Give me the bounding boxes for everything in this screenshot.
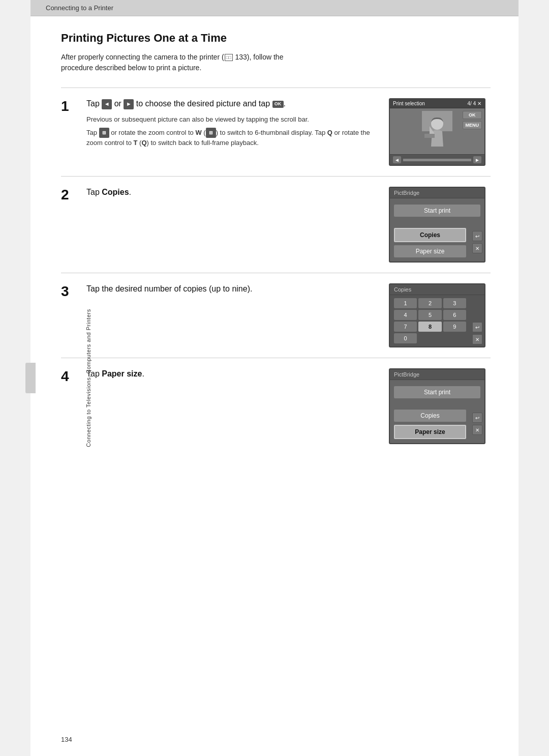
paper-size-item-selected[interactable]: Paper size [394,425,466,439]
back-btn-2[interactable]: ↩ [472,231,482,241]
step-1-or: or [114,99,124,108]
pb-menu-list-4: Copies Paper size [390,406,470,441]
step-1: 1 Tap ◄ or ► to choose the desired pictu… [61,88,491,176]
start-print-item[interactable]: Start print [394,205,480,217]
step-2: 2 Tap Copies. PictBridge Start print Cop… [61,176,491,273]
step-4-number: 4 [61,369,76,384]
pb-spacer-4 [390,401,484,406]
step-4: 4 Tap Paper size. PictBridge Start print… [61,358,491,454]
page-number: 134 [61,736,72,743]
num-2[interactable]: 2 [418,298,441,308]
ok-button-screen[interactable]: OK [463,111,482,119]
nav-right[interactable]: ► [473,156,481,163]
step-1-screen: Print selection 4/ 4 ✕ [389,98,491,166]
step-1-content: Tap ◄ or ► to choose the desired picture… [86,98,379,151]
copies-item-selected[interactable]: Copies [394,228,466,242]
zoom-w-icon: ⊞ [206,128,216,138]
screen-top-bar: Print selection 4/ 4 ✕ [390,99,484,108]
page-footer: 134 [61,736,72,743]
page-title: Printing Pictures One at a Time [61,32,491,45]
step-1-note1: Previous or subsequent picture can also … [86,114,379,125]
pb-spacer [390,220,484,225]
pb-wrapper-4: Copies Paper size ↩ ✕ [390,406,484,441]
step-2-number: 2 [61,188,76,202]
grid-icon: ⊞ [99,128,109,138]
step-2-screen: PictBridge Start print Copies Paper size… [389,187,491,263]
step-3-number: 3 [61,284,76,299]
print-selection-screen: Print selection 4/ 4 ✕ [389,98,485,166]
step-4-title: Tap Paper size. [86,368,379,380]
intro-text: After properly connecting the camera to … [61,52,491,73]
step-3-title: Tap the desired number of copies (up to … [86,283,379,295]
step-3: 3 Tap the desired number of copies (up t… [61,273,491,358]
step-3-content: Tap the desired number of copies (up to … [86,283,379,300]
pb-menus-2: Start print Copies Paper size ↩ ✕ [390,198,484,261]
pictbridge-screen-4: PictBridge Start print Copies Paper size… [389,368,485,444]
step-4-content: Tap Paper size. [86,368,379,385]
close-btn-4[interactable]: ✕ [472,425,482,435]
screen-right-btns: OK MENU [463,111,482,129]
screen-count: 4/ 4 ✕ [468,101,481,106]
header-bar: Connecting to a Printer [30,0,518,16]
copies-title: Copies [390,284,484,295]
step-1-title: Tap ◄ or ► to choose the desired picture… [86,98,379,109]
step-1-note2: Tap ⊞ or rotate the zoom control to W (⊞… [86,128,379,148]
header-label: Connecting to a Printer [46,4,113,12]
screen-title: Print selection [393,101,425,106]
pb-title-4: PictBridge [390,369,484,380]
copies-item-4[interactable]: Copies [394,410,466,422]
ok-icon: OK [272,101,284,108]
close-btn-2[interactable]: ✕ [472,243,482,253]
pb-side-btns-4: ↩ ✕ [470,406,484,441]
right-arrow-icon: ► [124,99,134,109]
pictbridge-screen-2: PictBridge Start print Copies Paper size… [389,187,485,263]
screen-main: OK MENU [390,108,484,154]
screen-nav-bar: ◄ ► [390,154,484,165]
start-print-item-4[interactable]: Start print [394,386,480,398]
menu-button-screen[interactable]: MENU [463,121,482,129]
pb-wrapper-2: Copies Paper size ↩ ✕ [390,225,484,259]
close-btn-3[interactable]: ✕ [472,334,482,344]
pb-menus-4: Start print Copies Paper size ↩ ✕ [390,380,484,443]
step-2-content: Tap Copies. [86,187,379,203]
step-2-title: Tap Copies. [86,187,379,198]
step-3-screen: Copies 1 2 3 4 5 6 7 8 9 0 [389,283,491,347]
side-label: Connecting to Televisions, Computers and… [85,309,92,447]
side-tab [25,363,36,393]
num-7[interactable]: 7 [394,322,417,332]
copies-bold: Copies [102,188,129,196]
num-9[interactable]: 9 [443,322,466,332]
back-btn-3[interactable]: ↩ [472,322,482,332]
num-6[interactable]: 6 [443,310,466,320]
num-0[interactable]: 0 [394,333,417,343]
pb-side-btns: ↩ ✕ [470,225,484,259]
num-5[interactable]: 5 [418,310,441,320]
step-4-screen: PictBridge Start print Copies Paper size… [389,368,491,444]
num-1[interactable]: 1 [394,298,417,308]
left-arrow-icon: ◄ [102,99,112,109]
copies-screen: Copies 1 2 3 4 5 6 7 8 9 0 [389,283,485,347]
page: Connecting to Televisions, Computers and… [30,0,518,756]
ref-icon: □□ [225,54,233,61]
pb-title-2: PictBridge [390,188,484,198]
back-btn-4[interactable]: ↩ [472,413,482,423]
portrait-svg [422,111,452,152]
copies-grid: 1 2 3 4 5 6 7 8 9 0 [390,295,470,346]
num-3[interactable]: 3 [443,298,466,308]
main-content: Printing Pictures One at a Time After pr… [30,16,518,475]
svg-rect-4 [424,134,435,138]
num-8-selected[interactable]: 8 [418,322,441,332]
num-4[interactable]: 4 [394,310,417,320]
step-1-body: Previous or subsequent picture can also … [86,114,379,148]
step-1-number: 1 [61,99,76,113]
copies-side-btns: ↩ ✕ [470,295,484,346]
paper-size-bold: Paper size [102,369,142,378]
pb-menu-list: Copies Paper size [390,225,470,259]
progress-bar [403,159,471,161]
copies-grid-wrapper: 1 2 3 4 5 6 7 8 9 0 ↩ [390,295,484,346]
nav-left[interactable]: ◄ [393,156,401,163]
screen-image-area: OK MENU [390,108,484,154]
paper-size-item[interactable]: Paper size [394,245,466,257]
